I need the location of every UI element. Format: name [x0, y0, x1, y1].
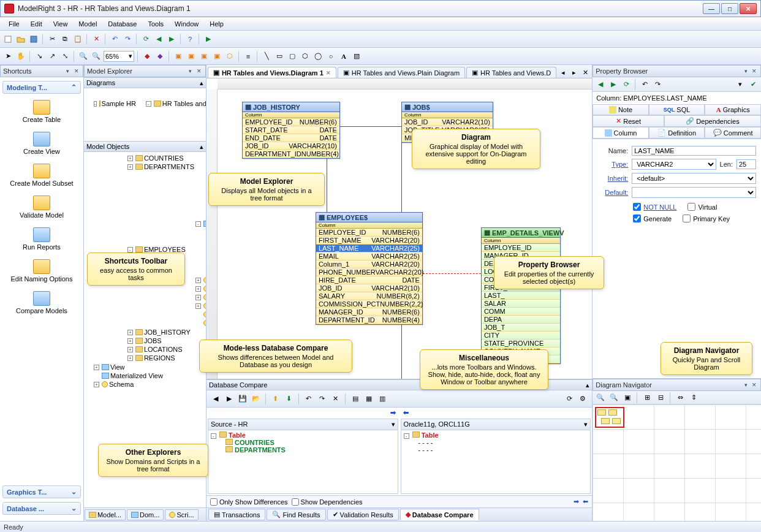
align-tool[interactable]: ≡ — [243, 51, 254, 62]
pin-icon[interactable]: ▾ — [742, 381, 749, 389]
default-select[interactable] — [632, 187, 756, 198]
menu-file[interactable]: File — [4, 19, 25, 29]
shortcut-create-table[interactable]: Create Table — [2, 97, 81, 129]
prop-undo-button[interactable]: ↶ — [639, 79, 650, 90]
open-button[interactable] — [15, 34, 26, 45]
shortcuts-group-database[interactable]: Database ...⌄ — [2, 502, 81, 515]
dbc-undo-button[interactable]: ↶ — [303, 393, 314, 405]
type-select[interactable]: VARCHAR2 — [632, 159, 716, 170]
shortcut-compare-models[interactable]: Compare Models — [2, 289, 81, 321]
shortcuts-group-modeling[interactable]: Modeling T...⌃ — [2, 81, 81, 94]
pin-icon[interactable]: ▾ — [64, 67, 72, 75]
paste-button[interactable]: 📋 — [72, 34, 83, 45]
close-panel-icon[interactable]: ✕ — [751, 67, 758, 75]
dbc-right-pane[interactable]: Oracle11g, ORCL11G▾ - Table - - - - - - … — [401, 419, 591, 494]
new-button[interactable] — [2, 34, 13, 45]
nav-span-h-button[interactable]: ⇔ — [675, 392, 686, 403]
name-input[interactable] — [632, 146, 756, 156]
shortcut-edit-naming[interactable]: Edit Naming Options — [2, 257, 81, 289]
circle-tool[interactable]: ○ — [325, 51, 336, 62]
shortcut-create-model-subset[interactable]: Create Model Subset — [2, 161, 81, 193]
nav-zoomin-button[interactable]: 🔍 — [595, 392, 606, 403]
prop-dropdown-button[interactable]: ▾ — [735, 79, 746, 90]
doc-tab-3[interactable]: ▣HR Tables and Views.D — [466, 67, 556, 78]
tab-prev-button[interactable]: ◂ — [558, 67, 569, 78]
relation-tool-1[interactable]: ↘ — [34, 51, 45, 62]
relation-tool-2[interactable]: ↗ — [47, 51, 58, 62]
dbc-delete-button[interactable]: ✕ — [330, 393, 341, 405]
prop-refresh-button[interactable]: ⟳ — [621, 79, 632, 90]
tab-find-results[interactable]: 🔍Find Results — [267, 509, 325, 520]
doc-tab-1[interactable]: ▣HR Tables and Views.Diagram 1✕ — [208, 67, 336, 78]
image-tool[interactable]: ▧ — [351, 51, 362, 62]
inherit-select[interactable]: <default> — [632, 173, 756, 184]
dbc-down-button[interactable]: ⬇ — [284, 393, 295, 405]
prop-tab-definition[interactable]: 📄Definition — [649, 127, 705, 139]
pointer-tool[interactable]: ➤ — [2, 51, 13, 62]
cut-button[interactable]: ✂ — [47, 34, 58, 45]
tab-validation-results[interactable]: ✔Validation Results — [327, 509, 399, 520]
tab-transactions[interactable]: ▤Transactions — [208, 509, 266, 520]
prop-back-button[interactable]: ◀ — [595, 79, 606, 90]
menu-view[interactable]: View — [48, 19, 73, 29]
menu-edit[interactable]: Edit — [26, 19, 47, 29]
nav-grid2-button[interactable]: ⊟ — [655, 392, 666, 403]
prop-apply-button[interactable]: ✔ — [748, 79, 759, 90]
show-deps-checkbox[interactable]: Show Dependencies — [292, 498, 363, 506]
close-button[interactable]: ✕ — [740, 3, 757, 14]
dbc-settings-button[interactable]: ⚙ — [577, 393, 588, 405]
primarykey-checkbox[interactable]: Primary Key — [683, 215, 730, 222]
copy-button[interactable]: ⧉ — [59, 34, 70, 45]
box3d-1[interactable]: ▣ — [173, 51, 184, 62]
notnull-checkbox[interactable]: NOT NULL — [633, 203, 676, 211]
pin-icon[interactable]: ▾ — [187, 67, 194, 75]
dbc-filter-button[interactable]: ▥ — [377, 393, 388, 405]
dbc-open-button[interactable]: 📂 — [251, 393, 262, 405]
dbc-fwd-button[interactable]: ▶ — [224, 393, 235, 405]
close-panel-icon[interactable]: ✕ — [195, 67, 203, 75]
rect-tool[interactable]: ▭ — [274, 51, 285, 62]
polyline-tool[interactable]: ⬡ — [300, 51, 311, 62]
box3d-4[interactable]: ▣ — [211, 51, 222, 62]
menu-tools[interactable]: Tools — [143, 19, 168, 29]
box3d-3[interactable]: ▣ — [199, 51, 210, 62]
shortcut-create-view[interactable]: Create View — [2, 129, 81, 161]
shortcut-run-reports[interactable]: Run Reports — [2, 225, 81, 257]
menu-window[interactable]: Window — [170, 19, 203, 29]
doc-tab-2[interactable]: ▣HR Tables and Views.Plain Diagram — [338, 67, 465, 78]
menu-database[interactable]: Database — [103, 19, 142, 29]
redo-button[interactable]: ↷ — [122, 34, 133, 45]
dbc-back-button[interactable]: ◀ — [210, 393, 221, 405]
close-panel-icon[interactable]: ✕ — [73, 67, 80, 75]
relation-tool-3[interactable]: ⤡ — [59, 51, 70, 62]
menu-model[interactable]: Model — [74, 19, 102, 29]
zoom-in-button[interactable]: 🔍 — [78, 51, 89, 62]
dbc-up-button[interactable]: ⬆ — [270, 393, 281, 405]
shape-tool-1[interactable]: ◆ — [142, 51, 153, 62]
close-tab-icon[interactable]: ✕ — [326, 70, 331, 76]
nav-grid1-button[interactable]: ⊞ — [642, 392, 653, 403]
rrect-tool[interactable]: ▢ — [287, 51, 298, 62]
maximize-button[interactable]: □ — [721, 3, 738, 14]
hand-tool[interactable]: ✋ — [15, 51, 26, 62]
tab-model[interactable]: Model... — [85, 509, 126, 520]
tab-scripts[interactable]: Scri... — [165, 509, 198, 520]
prop-fwd-button[interactable]: ▶ — [608, 79, 619, 90]
tab-close-button[interactable]: ✕ — [580, 67, 591, 78]
undo-button[interactable]: ↶ — [109, 34, 120, 45]
diagrams-tree[interactable]: -Sample HR -HR Tables and Views Decorate… — [84, 88, 206, 141]
cylinder-tool[interactable]: ⬡ — [224, 51, 235, 62]
save-button[interactable] — [28, 34, 39, 45]
shape-tool-2[interactable]: ◆ — [154, 51, 165, 62]
virtual-checkbox[interactable]: Virtual — [687, 203, 717, 211]
len-input[interactable] — [736, 159, 756, 169]
tab-database-compare[interactable]: ◆Database Compare — [400, 509, 479, 520]
prop-tab-comment[interactable]: 💬Comment — [705, 127, 761, 139]
play-button[interactable]: ▶ — [203, 34, 214, 45]
dbc-save-button[interactable]: 💾 — [237, 393, 248, 405]
prop-tab-reset[interactable]: ✕Reset — [593, 115, 664, 127]
arrow-right-icon[interactable]: ➡ — [574, 498, 579, 506]
dbc-grid-button[interactable]: ▦ — [363, 393, 374, 405]
prop-tab-sql[interactable]: SQLSQL — [649, 104, 705, 115]
prop-tab-column[interactable]: Column — [593, 127, 649, 139]
